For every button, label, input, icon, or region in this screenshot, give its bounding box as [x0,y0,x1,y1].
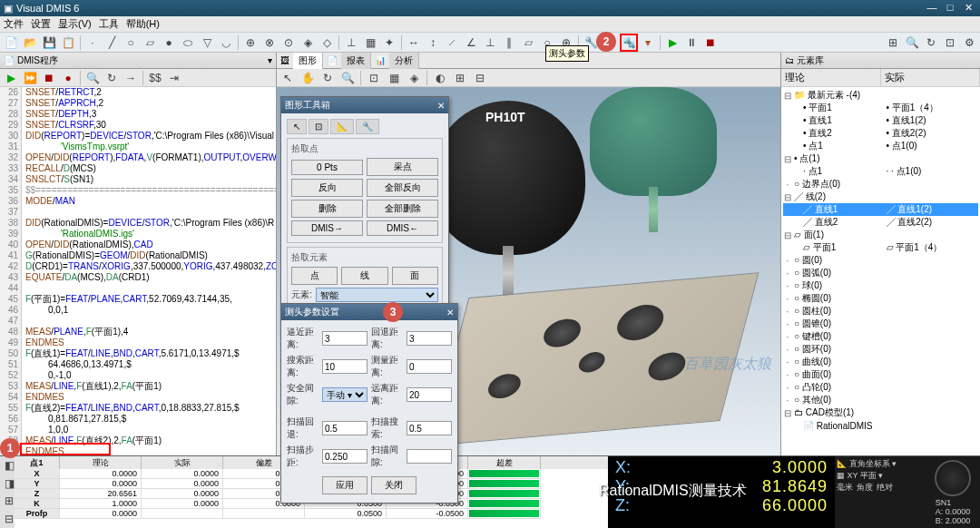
search-dist-input[interactable] [322,359,368,374]
unit-mm-label[interactable]: 毫米 [837,482,853,494]
probe3-icon[interactable]: ▾ [639,34,657,52]
elements-tree[interactable]: ⊟📁 最新元素 -(4)• 平面1• 平面1（4）• 直线1• 直线1(2)• … [781,87,980,455]
vp-rotate-icon[interactable]: ↻ [318,69,337,87]
code-line[interactable]: 48MEAS/PLANE,F(平面1),4 [0,327,276,337]
code-line[interactable]: 44 [0,283,276,294]
code-line[interactable]: 50F(直线1)=FEAT/LINE,BND,CART,5.6171,0,13.… [0,348,276,359]
plane-icon[interactable]: ▱ [141,34,159,52]
dialog-toolbox-close-icon[interactable]: ✕ [437,101,445,111]
tree-row[interactable]: ╱ 直线1╱ 直线1(2) [783,203,978,216]
tree-row[interactable]: ·○ 凸轮(0) [783,381,978,394]
coord-sys-label[interactable]: 📐 直角坐标系 ▾ [837,458,924,470]
toolbox-tab-2[interactable]: ⊡ [309,119,328,134]
vp-front-icon[interactable]: ▦ [385,69,403,87]
tree-row[interactable]: ⊟╱ 线(2) [783,191,978,203]
toolbox-dmis-button[interactable]: DMIS→ [291,220,363,236]
view4-icon[interactable]: ⊡ [941,34,959,52]
settings-icon[interactable]: ⚙ [960,34,978,52]
tree-row[interactable]: ·○ 边界点(0) [783,178,978,191]
stop-icon[interactable]: ⏹ [701,34,720,52]
code-line[interactable]: 31 'VismsTmp.vsrpt' [0,142,276,152]
vp-fit-icon[interactable]: ⊡ [365,69,383,87]
tree-row[interactable]: ╱ 直线2╱ 直线2(2) [783,216,978,229]
save-icon[interactable]: 💾 [40,34,58,52]
plane-label[interactable]: ▦ XY 平面 ▾ [837,470,924,482]
prog-goto-icon[interactable]: → [122,69,140,87]
parallel-icon[interactable]: ∥ [500,34,518,52]
code-line[interactable]: 32OPEN/DID(REPORT),FDATA,V(FORMAT1),OUTP… [0,152,276,163]
flatness-icon[interactable]: ▱ [519,34,537,52]
prog-new-icon[interactable]: ▶ [2,69,20,87]
pause-icon[interactable]: ⏸ [682,34,701,52]
arc-icon[interactable]: ◡ [217,34,235,52]
tree-row[interactable]: ·○ 其他(0) [783,394,978,406]
prog-step-icon[interactable]: ⏩ [21,69,39,87]
panel-dropdown-icon[interactable]: ▾ [268,55,272,65]
toolbox-elem-select[interactable]: 智能 [316,288,438,302]
toolbox-pts-button[interactable]: 0 Pts [291,160,363,175]
prog-indent-icon[interactable]: ⇥ [165,69,183,87]
toolbox-delete-button[interactable]: 删除 [291,200,363,218]
params-apply-button[interactable]: 应用 [322,476,368,494]
minimize-button[interactable]: — [924,2,940,15]
tab-report[interactable]: 报表 [341,53,371,69]
vp-hidden-icon[interactable]: ⊟ [471,69,489,87]
dialog-params-title[interactable]: 测头参数设置 3 ✕ [281,304,457,320]
code-line[interactable]: 38DID(RationalDMIS)=DEVICE/STOR,'C:\Prog… [0,218,276,229]
vp-shade-icon[interactable]: ◐ [431,69,449,87]
code-line[interactable]: 56 0,81.8671,27.815,$ [0,414,276,425]
cone-icon[interactable]: ▽ [198,34,216,52]
construct3-icon[interactable]: ⊙ [279,34,298,52]
code-line[interactable]: 28SNSET/DEPTH,3 [0,109,276,120]
params-close-button[interactable]: 关闭 [371,476,416,494]
perp-icon[interactable]: ⊥ [481,34,499,52]
prog-replace-icon[interactable]: ↻ [103,69,121,87]
toolbox-pick-button[interactable]: 采点 [367,158,438,176]
construct4-icon[interactable]: ◈ [299,34,317,52]
close-button[interactable]: ✕ [960,2,976,15]
vp-iso-icon[interactable]: ◈ [405,69,423,87]
align-icon[interactable]: ▦ [361,34,379,52]
code-line[interactable]: 53MEAS/LINE,F(直线1),2,FA(平面1) [0,381,276,392]
saveall-icon[interactable]: 📋 [59,34,77,52]
menu-display[interactable]: 显示(V) [58,17,92,31]
tree-row[interactable]: • 点1• 点1(0) [783,140,978,152]
toolbox-allreverse-button[interactable]: 全部反向 [367,179,438,197]
prog-record-icon[interactable]: ● [59,69,77,87]
code-line[interactable]: 52 0,-1,0 [0,370,276,381]
code-line[interactable]: 39 'RationalDMIS.igs' [0,229,276,240]
code-line[interactable]: 51 64.4686,0,13.4971,$ [0,359,276,370]
tree-row[interactable]: • 平面1• 平面1（4） [783,102,978,114]
toolbox-dmis2-button[interactable]: DMIS← [367,220,438,236]
line-icon[interactable]: ╱ [103,34,121,52]
open-icon[interactable]: 📂 [21,34,39,52]
code-line[interactable]: 26SNSET/RETRCT,2 [0,87,276,98]
code-line[interactable]: 35$$====================================… [0,185,276,196]
probe-params-icon[interactable]: 🔩2 [620,34,638,52]
tree-row[interactable]: • 直线1• 直线1(2) [783,114,978,127]
tree-row[interactable]: ·○ 球(0) [783,279,978,292]
circle-icon[interactable]: ○ [122,34,140,52]
tree-row[interactable]: ·○ 圆(0) [783,254,978,267]
code-line[interactable]: 42D(CRD1)=TRANS/XORIG,337.500000,YORIG,4… [0,261,276,272]
tree-row[interactable]: • 直线2• 直线2(2) [783,127,978,140]
scan-step-input[interactable] [322,449,368,464]
new-icon[interactable]: 📄 [2,34,20,52]
toolbox-delall-button[interactable]: 全部删除 [367,200,438,218]
code-line[interactable]: 43EQUATE/DA(MCS),DA(CRD1) [0,272,276,283]
safe-clear-select[interactable]: 手动 ▾ [322,387,368,402]
retract-dist-input[interactable] [407,331,452,346]
scan-feed-input[interactable] [322,421,368,435]
tree-row[interactable]: ⊟▱ 面(1) [783,229,978,241]
tree-row[interactable]: ·○ 椭圆(0) [783,292,978,305]
dim1-icon[interactable]: ↔ [405,34,423,52]
menu-file[interactable]: 文件 [4,17,24,31]
prog-comment-icon[interactable]: $$ [146,69,164,87]
tree-row[interactable]: 📄 RationalDMIS [783,419,978,432]
code-line[interactable]: 37 [0,207,276,218]
code-line[interactable]: 30DID(REPORT)=DEVICE/STOR,'C:\Program Fi… [0,131,276,142]
code-line[interactable]: 57 1,0,0 [0,425,276,435]
tree-row[interactable]: ⊟• 点(1) [783,152,978,165]
tab-analysis[interactable]: 分析 [389,53,419,69]
dialog-params-close-icon[interactable]: ✕ [446,308,454,318]
